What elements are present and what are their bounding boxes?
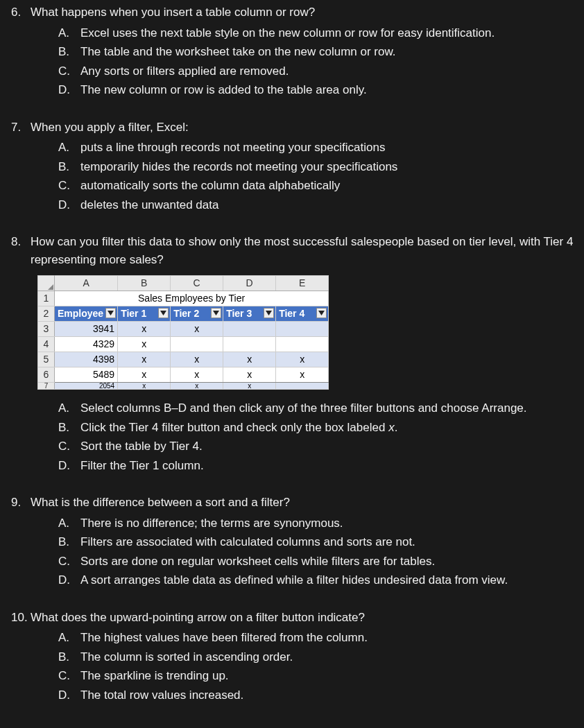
option-b: B.The column is sorted in ascending orde…: [58, 648, 584, 666]
option-a: A.puts a line through records not meetin…: [58, 139, 584, 157]
table-title: Sales Employees by Tier: [55, 291, 329, 306]
options-list: A.Excel uses the next table style on the…: [7, 24, 584, 99]
option-b: B.Click the Tier 4 filter button and che…: [58, 419, 584, 437]
option-c: C.The sparkline is trending up.: [58, 667, 584, 685]
option-d: D.The total row values increased.: [58, 686, 584, 704]
option-a: A.Select columns B–D and then click any …: [58, 399, 584, 417]
excel-table: A B C D E 1 Sales Employees by Tier 2 Em…: [37, 275, 329, 390]
svg-marker-2: [213, 311, 219, 315]
filter-button-icon: [158, 308, 169, 318]
question-number: 6.: [7, 3, 31, 21]
option-b: B.temporarily hides the records not meet…: [58, 158, 584, 176]
question-9: 9. What is the difference between a sort…: [0, 494, 584, 589]
header-tier1: Tier 1: [118, 306, 171, 322]
col-header-a: A: [55, 276, 118, 291]
filter-button-icon: [264, 308, 274, 318]
option-c: C.automatically sorts the column data al…: [58, 177, 584, 195]
option-a: A.The highest values have been filtered …: [58, 629, 584, 647]
option-d: D.A sort arranges table data as defined …: [58, 571, 584, 589]
options-list: A.puts a line through records not meetin…: [7, 139, 584, 214]
svg-marker-4: [318, 311, 325, 315]
options-list: A.Select columns B–D and then click any …: [7, 399, 584, 474]
col-header-e: E: [276, 276, 329, 291]
table-row: 4 4329 x: [38, 337, 329, 352]
svg-marker-1: [160, 311, 166, 315]
col-header-b: B: [118, 276, 171, 291]
table-row: 3 3941 x x: [38, 322, 329, 337]
table-row: 5 4398 x x x x: [38, 352, 329, 367]
option-d: D.Filter the Tier 1 column.: [58, 457, 584, 475]
question-number: 9.: [7, 494, 31, 512]
question-number: 7.: [7, 119, 31, 137]
options-list: A.There is no difference; the terms are …: [7, 514, 584, 589]
col-header-d: D: [223, 276, 276, 291]
option-b: B.Filters are associated with calculated…: [58, 533, 584, 551]
question-10: 10. What does the upward-pointing arrow …: [0, 609, 584, 704]
option-c: C.Sorts are done on regular worksheet ce…: [58, 553, 584, 571]
header-employee: Employee: [55, 306, 118, 322]
row-number: 1: [38, 291, 55, 306]
header-tier2: Tier 2: [171, 306, 223, 322]
filter-button-icon: [211, 308, 221, 318]
options-list: A.The highest values have been filtered …: [7, 629, 584, 704]
col-header-c: C: [171, 276, 223, 291]
svg-marker-3: [266, 311, 272, 315]
question-text: What is the difference between a sort an…: [31, 494, 584, 512]
table-row: 6 5489 x x x x: [38, 367, 329, 383]
header-tier3: Tier 3: [223, 306, 276, 322]
option-a: A.Excel uses the next table style on the…: [58, 24, 584, 42]
question-8: 8. How can you filter this data to show …: [0, 233, 584, 474]
option-a: A.There is no difference; the terms are …: [58, 514, 584, 532]
table-row-partial: 7 2054 x x x: [38, 383, 329, 390]
option-d: D.The new column or row is added to the …: [58, 81, 584, 99]
question-text: How can you filter this data to show onl…: [31, 233, 584, 268]
question-number: 10.: [7, 609, 31, 627]
question-text: What does the upward-pointing arrow on a…: [31, 609, 584, 627]
option-c: C.Any sorts or filters applied are remov…: [58, 62, 584, 80]
question-text: When you apply a filter, Excel:: [31, 119, 584, 137]
question-text: What happens when you insert a table col…: [31, 3, 584, 21]
excel-screenshot: A B C D E 1 Sales Employees by Tier 2 Em…: [37, 275, 584, 390]
select-all-corner: [38, 276, 55, 291]
question-7: 7. When you apply a filter, Excel: A.put…: [0, 119, 584, 214]
row-number: 2: [38, 306, 55, 322]
question-6: 6. What happens when you insert a table …: [0, 3, 584, 99]
filter-button-icon: [105, 308, 116, 318]
option-b: B.The table and the worksheet take on th…: [58, 43, 584, 61]
header-tier4: Tier 4: [276, 306, 329, 322]
svg-marker-0: [108, 311, 114, 315]
filter-button-icon: [316, 308, 327, 318]
question-number: 8.: [7, 233, 31, 251]
option-c: C.Sort the table by Tier 4.: [58, 437, 584, 456]
option-d: D.deletes the unwanted data: [58, 196, 584, 214]
